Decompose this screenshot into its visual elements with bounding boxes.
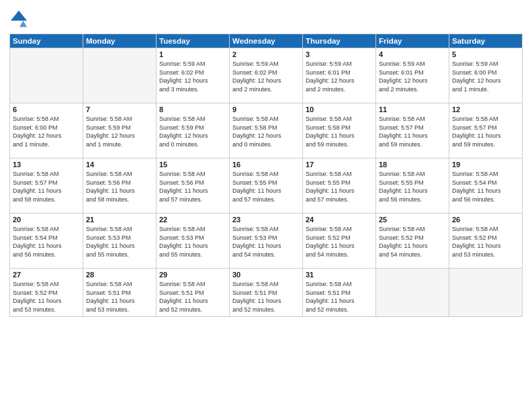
day-number: 28 <box>86 271 153 279</box>
day-info: Sunrise: 5:58 AM Sunset: 5:57 PM Dayligh… <box>13 170 80 203</box>
calendar-cell: 12Sunrise: 5:58 AM Sunset: 5:57 PM Dayli… <box>449 103 523 158</box>
calendar-cell: 1Sunrise: 5:59 AM Sunset: 6:02 PM Daylig… <box>157 48 230 103</box>
calendar-cell: 20Sunrise: 5:58 AM Sunset: 5:54 PM Dayli… <box>10 214 83 269</box>
day-info: Sunrise: 5:58 AM Sunset: 5:56 PM Dayligh… <box>86 170 153 203</box>
day-info: Sunrise: 5:59 AM Sunset: 6:02 PM Dayligh… <box>232 60 300 93</box>
day-number: 15 <box>159 161 226 169</box>
calendar-cell: 15Sunrise: 5:58 AM Sunset: 5:56 PM Dayli… <box>157 158 230 214</box>
day-number: 22 <box>159 216 226 224</box>
logo-icon <box>9 9 28 28</box>
day-number: 17 <box>306 161 373 169</box>
header <box>9 7 523 28</box>
day-info: Sunrise: 5:58 AM Sunset: 5:55 PM Dayligh… <box>379 170 446 203</box>
day-info: Sunrise: 5:58 AM Sunset: 5:57 PM Dayligh… <box>379 115 446 148</box>
calendar-cell: 26Sunrise: 5:58 AM Sunset: 5:52 PM Dayli… <box>449 214 523 269</box>
calendar-cell: 18Sunrise: 5:58 AM Sunset: 5:55 PM Dayli… <box>376 158 449 214</box>
calendar-cell <box>10 48 83 103</box>
day-number: 30 <box>232 271 300 279</box>
day-info: Sunrise: 5:58 AM Sunset: 5:58 PM Dayligh… <box>232 115 300 148</box>
day-number: 12 <box>452 105 519 113</box>
calendar-cell: 4Sunrise: 5:59 AM Sunset: 6:01 PM Daylig… <box>376 48 449 103</box>
weekday-header: Tuesday <box>157 34 230 48</box>
weekday-header: Monday <box>83 34 157 48</box>
day-number: 19 <box>452 161 519 169</box>
day-number: 11 <box>379 105 446 113</box>
day-number: 16 <box>232 161 300 169</box>
calendar-cell <box>376 269 449 317</box>
day-info: Sunrise: 5:59 AM Sunset: 6:02 PM Dayligh… <box>159 60 226 93</box>
day-info: Sunrise: 5:58 AM Sunset: 5:53 PM Dayligh… <box>232 225 300 259</box>
day-number: 25 <box>379 216 446 224</box>
calendar-cell: 11Sunrise: 5:58 AM Sunset: 5:57 PM Dayli… <box>376 103 449 158</box>
weekday-header: Sunday <box>10 34 83 48</box>
day-info: Sunrise: 5:58 AM Sunset: 5:51 PM Dayligh… <box>86 280 153 314</box>
calendar-cell: 10Sunrise: 5:58 AM Sunset: 5:58 PM Dayli… <box>303 103 376 158</box>
day-number: 13 <box>13 161 80 169</box>
day-number: 20 <box>13 216 80 224</box>
day-number: 5 <box>452 50 519 58</box>
day-number: 6 <box>13 105 80 113</box>
day-info: Sunrise: 5:58 AM Sunset: 5:54 PM Dayligh… <box>13 225 80 259</box>
day-info: Sunrise: 5:58 AM Sunset: 5:58 PM Dayligh… <box>306 115 373 148</box>
calendar-cell: 21Sunrise: 5:58 AM Sunset: 5:53 PM Dayli… <box>83 214 157 269</box>
day-info: Sunrise: 5:58 AM Sunset: 5:51 PM Dayligh… <box>159 280 226 314</box>
calendar-cell: 8Sunrise: 5:58 AM Sunset: 5:59 PM Daylig… <box>157 103 230 158</box>
day-number: 29 <box>159 271 226 279</box>
day-number: 4 <box>379 50 446 58</box>
calendar-week-row: 20Sunrise: 5:58 AM Sunset: 5:54 PM Dayli… <box>10 214 523 269</box>
day-info: Sunrise: 5:58 AM Sunset: 6:00 PM Dayligh… <box>13 115 80 148</box>
calendar-cell: 25Sunrise: 5:58 AM Sunset: 5:52 PM Dayli… <box>376 214 449 269</box>
day-number: 14 <box>86 161 153 169</box>
svg-marker-1 <box>19 21 27 27</box>
calendar-cell: 17Sunrise: 5:58 AM Sunset: 5:55 PM Dayli… <box>303 158 376 214</box>
calendar-cell: 19Sunrise: 5:58 AM Sunset: 5:54 PM Dayli… <box>449 158 523 214</box>
day-number: 9 <box>232 105 300 113</box>
day-info: Sunrise: 5:58 AM Sunset: 5:54 PM Dayligh… <box>452 170 519 203</box>
day-number: 24 <box>306 216 373 224</box>
calendar-cell: 7Sunrise: 5:58 AM Sunset: 5:59 PM Daylig… <box>83 103 157 158</box>
day-info: Sunrise: 5:58 AM Sunset: 5:53 PM Dayligh… <box>86 225 153 259</box>
logo <box>9 9 31 28</box>
day-info: Sunrise: 5:58 AM Sunset: 5:51 PM Dayligh… <box>306 280 373 314</box>
day-number: 7 <box>86 105 153 113</box>
svg-marker-0 <box>11 11 27 21</box>
calendar-cell <box>449 269 523 317</box>
calendar-week-row: 27Sunrise: 5:58 AM Sunset: 5:52 PM Dayli… <box>10 269 523 317</box>
day-info: Sunrise: 5:59 AM Sunset: 6:01 PM Dayligh… <box>306 60 373 93</box>
calendar-cell: 3Sunrise: 5:59 AM Sunset: 6:01 PM Daylig… <box>303 48 376 103</box>
day-info: Sunrise: 5:58 AM Sunset: 5:55 PM Dayligh… <box>306 170 373 203</box>
day-info: Sunrise: 5:58 AM Sunset: 5:59 PM Dayligh… <box>159 115 226 148</box>
day-number: 21 <box>86 216 153 224</box>
calendar-week-row: 13Sunrise: 5:58 AM Sunset: 5:57 PM Dayli… <box>10 158 523 214</box>
day-number: 27 <box>13 271 80 279</box>
day-info: Sunrise: 5:58 AM Sunset: 5:52 PM Dayligh… <box>13 280 80 314</box>
day-info: Sunrise: 5:58 AM Sunset: 5:55 PM Dayligh… <box>232 170 300 203</box>
day-info: Sunrise: 5:58 AM Sunset: 5:56 PM Dayligh… <box>159 170 226 203</box>
calendar-cell: 27Sunrise: 5:58 AM Sunset: 5:52 PM Dayli… <box>10 269 83 317</box>
calendar-cell: 16Sunrise: 5:58 AM Sunset: 5:55 PM Dayli… <box>230 158 303 214</box>
day-number: 31 <box>306 271 373 279</box>
calendar-cell: 5Sunrise: 5:59 AM Sunset: 6:00 PM Daylig… <box>449 48 523 103</box>
calendar-cell: 9Sunrise: 5:58 AM Sunset: 5:58 PM Daylig… <box>230 103 303 158</box>
calendar-cell: 14Sunrise: 5:58 AM Sunset: 5:56 PM Dayli… <box>83 158 157 214</box>
calendar-week-row: 1Sunrise: 5:59 AM Sunset: 6:02 PM Daylig… <box>10 48 523 103</box>
calendar-cell: 28Sunrise: 5:58 AM Sunset: 5:51 PM Dayli… <box>83 269 157 317</box>
day-number: 3 <box>306 50 373 58</box>
weekday-header: Wednesday <box>230 34 303 48</box>
calendar-cell <box>83 48 157 103</box>
calendar-cell: 29Sunrise: 5:58 AM Sunset: 5:51 PM Dayli… <box>157 269 230 317</box>
day-info: Sunrise: 5:58 AM Sunset: 5:52 PM Dayligh… <box>452 225 519 259</box>
weekday-header-row: SundayMondayTuesdayWednesdayThursdayFrid… <box>10 34 523 48</box>
calendar-cell: 2Sunrise: 5:59 AM Sunset: 6:02 PM Daylig… <box>230 48 303 103</box>
day-info: Sunrise: 5:58 AM Sunset: 5:59 PM Dayligh… <box>86 115 153 148</box>
day-info: Sunrise: 5:59 AM Sunset: 6:01 PM Dayligh… <box>379 60 446 93</box>
calendar-cell: 23Sunrise: 5:58 AM Sunset: 5:53 PM Dayli… <box>230 214 303 269</box>
calendar-cell: 22Sunrise: 5:58 AM Sunset: 5:53 PM Dayli… <box>157 214 230 269</box>
calendar-cell: 31Sunrise: 5:58 AM Sunset: 5:51 PM Dayli… <box>303 269 376 317</box>
calendar-page: SundayMondayTuesdayWednesdayThursdayFrid… <box>0 0 532 411</box>
calendar-week-row: 6Sunrise: 5:58 AM Sunset: 6:00 PM Daylig… <box>10 103 523 158</box>
day-info: Sunrise: 5:58 AM Sunset: 5:52 PM Dayligh… <box>379 225 446 259</box>
weekday-header: Saturday <box>449 34 523 48</box>
day-number: 8 <box>159 105 226 113</box>
calendar-cell: 6Sunrise: 5:58 AM Sunset: 6:00 PM Daylig… <box>10 103 83 158</box>
